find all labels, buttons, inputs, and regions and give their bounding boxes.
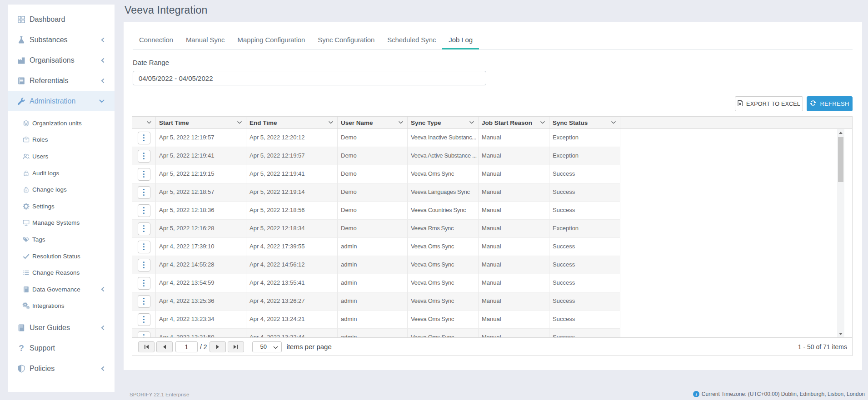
row-menu-button[interactable] <box>138 331 150 338</box>
cell-sync-type: Veeva Oms Sync <box>408 311 479 329</box>
cell-job-start-reason: Manual <box>479 202 549 220</box>
sidebar-item-organization-units[interactable]: Organization units <box>8 115 115 132</box>
sidebar-item-label: Data Governance <box>32 286 80 293</box>
sidebar-item-referentials[interactable]: Referentials <box>8 70 115 91</box>
scrollbar-thumb[interactable] <box>838 137 843 182</box>
sidebar-item-roles[interactable]: Roles <box>8 132 115 148</box>
row-actions-cell <box>132 183 156 202</box>
column-menu-chevron-icon[interactable] <box>540 121 545 124</box>
sidebar-item-integrations[interactable]: Integrations <box>8 298 115 315</box>
sidebar-item-label: Manage Systems <box>32 219 80 226</box>
sidebar-item-label: Change logs <box>32 186 67 193</box>
pager-summary: 1 - 50 of 71 items <box>798 338 847 356</box>
scroll-down-arrow-icon[interactable] <box>837 330 844 337</box>
tab-manual-sync[interactable]: Manual Sync <box>180 33 231 49</box>
column-menu-chevron-icon[interactable] <box>237 121 242 124</box>
next-page-button[interactable] <box>210 341 226 352</box>
tab-scheduled-sync[interactable]: Scheduled Sync <box>381 33 442 49</box>
cell-user-name: Demo <box>338 129 408 147</box>
column-menu-chevron-icon[interactable] <box>147 121 151 124</box>
first-page-button[interactable] <box>138 341 155 352</box>
sidebar-item-organisations[interactable]: Organisations <box>8 50 115 70</box>
row-menu-button[interactable] <box>138 150 150 163</box>
sidebar-item-policies[interactable]: Policies <box>8 358 115 379</box>
date-range-input[interactable] <box>133 71 486 85</box>
tab-sync-configuration[interactable]: Sync Configuration <box>311 33 381 49</box>
sidebar-item-audit-logs[interactable]: Audit logs <box>8 165 115 182</box>
row-menu-button[interactable] <box>138 204 150 217</box>
row-menu-button[interactable] <box>138 241 150 253</box>
header-cell-end-time[interactable]: End Time <box>246 117 338 128</box>
cell-start-time: Apr 5, 2022 12:18:57 <box>156 183 246 202</box>
grid-header: Start TimeEnd TimeUser NameSync TypeJob … <box>132 117 852 129</box>
header-cell-filler <box>620 117 852 128</box>
sidebar-item-data-governance[interactable]: Data Governance <box>8 281 115 298</box>
page-size-select[interactable]: 50 <box>252 341 282 352</box>
cell-end-time: Apr 4, 2022 13:55:41 <box>246 274 338 292</box>
sidebar-item-label: Organisations <box>30 56 75 64</box>
sidebar-item-change-logs[interactable]: Change logs <box>8 181 115 198</box>
excel-file-icon <box>738 100 743 108</box>
cell-start-time: Apr 5, 2022 12:19:15 <box>156 165 246 183</box>
cell-sync-type: Veeva Oms Sync <box>408 274 479 292</box>
dashboard-grid-icon <box>17 15 26 24</box>
row-menu-button[interactable] <box>138 168 150 181</box>
refresh-button[interactable]: REFRESH <box>807 96 853 111</box>
tab-mapping-configuration[interactable]: Mapping Configuration <box>231 33 312 49</box>
sidebar-item-settings[interactable]: Settings <box>8 198 115 215</box>
row-menu-button[interactable] <box>138 259 150 272</box>
administration-submenu: Organization unitsRolesUsersAudit logsCh… <box>8 115 115 314</box>
chevron-left-icon <box>101 58 105 63</box>
row-menu-button[interactable] <box>138 132 150 144</box>
cell-sync-type: Veeva Oms Sync <box>408 329 479 337</box>
tags-icon <box>22 236 30 243</box>
grid-body: Apr 5, 2022 12:19:57Apr 5, 2022 12:20:12… <box>132 129 852 337</box>
column-menu-chevron-icon[interactable] <box>329 121 333 124</box>
sidebar-item-tags[interactable]: Tags <box>8 231 115 248</box>
sidebar-item-manage-systems[interactable]: Manage Systems <box>8 215 115 232</box>
cell-sync-status: Success <box>549 311 620 329</box>
column-menu-chevron-icon[interactable] <box>399 121 403 124</box>
last-page-button[interactable] <box>228 341 244 352</box>
header-cell-start-time[interactable]: Start Time <box>156 117 246 128</box>
header-cell-job-start-reason[interactable]: Job Start Reason <box>479 117 549 128</box>
sidebar-item-administration[interactable]: Administration <box>8 91 115 111</box>
sidebar-item-dashboard[interactable]: Dashboard <box>8 9 115 30</box>
column-menu-chevron-icon[interactable] <box>611 121 616 124</box>
header-cell-sync-type[interactable]: Sync Type <box>408 117 479 128</box>
page-number-input[interactable] <box>175 341 198 352</box>
vertical-scrollbar[interactable] <box>837 129 844 337</box>
sidebar-item-support[interactable]: ?Support <box>8 338 115 358</box>
chevron-left-icon <box>101 325 105 330</box>
tab-connection[interactable]: Connection <box>133 33 180 49</box>
cell-sync-type: Veeva Countries Sync <box>408 202 479 220</box>
header-cell-user-name[interactable]: User Name <box>338 117 408 128</box>
cell-user-name: admin <box>338 311 408 329</box>
export-to-excel-button[interactable]: EXPORT TO EXCEL <box>735 96 803 111</box>
timezone-footer: i Current Timezone: (UTC+00:00) Dublin, … <box>693 391 865 397</box>
sidebar-item-users[interactable]: Users <box>8 148 115 165</box>
scroll-up-arrow-icon[interactable] <box>837 129 844 136</box>
cell-end-time: Apr 5, 2022 12:20:12 <box>246 129 338 147</box>
sidebar-item-user-guides[interactable]: User Guides <box>8 317 115 338</box>
column-menu-chevron-icon[interactable] <box>469 121 474 124</box>
select-chevron-down-icon <box>273 343 278 350</box>
column-title: Sync Status <box>553 119 588 126</box>
table-row: Apr 5, 2022 12:19:57Apr 5, 2022 12:20:12… <box>132 129 620 147</box>
previous-page-button[interactable] <box>156 341 173 352</box>
row-menu-button[interactable] <box>138 313 150 326</box>
row-menu-button[interactable] <box>138 186 150 199</box>
sidebar-item-resolution-status[interactable]: Resolution Status <box>8 248 115 265</box>
row-menu-button[interactable] <box>138 295 150 308</box>
flask-icon <box>17 35 26 44</box>
sidebar-item-substances[interactable]: Substances <box>8 30 115 50</box>
column-title: Start Time <box>159 119 189 126</box>
tab-job-log[interactable]: Job Log <box>442 33 479 49</box>
cell-start-time: Apr 5, 2022 12:18:36 <box>156 202 246 220</box>
header-cell-sync-status[interactable]: Sync Status <box>549 117 620 128</box>
refresh-icon <box>810 100 816 108</box>
cell-user-name: Demo <box>338 147 408 165</box>
sidebar-item-change-reasons[interactable]: Change Reasons <box>8 264 115 281</box>
row-menu-button[interactable] <box>138 222 150 235</box>
row-menu-button[interactable] <box>138 277 150 290</box>
